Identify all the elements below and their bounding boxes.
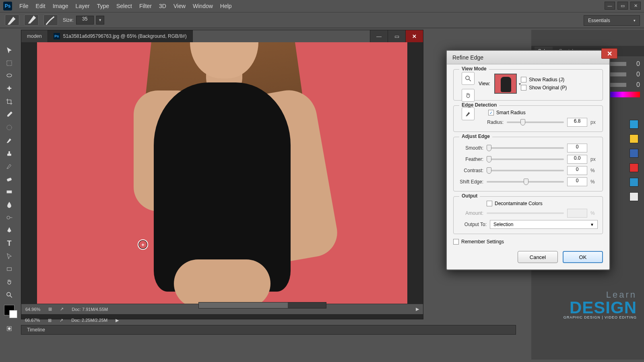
- blur-tool[interactable]: [3, 200, 15, 210]
- canvas-area[interactable]: +: [21, 42, 423, 304]
- document-tab-extra[interactable]: moden: [21, 30, 48, 42]
- lasso-tool[interactable]: [3, 71, 15, 81]
- menu-filter[interactable]: Filter: [139, 3, 152, 9]
- contrast-slider[interactable]: [487, 170, 564, 171]
- zoom-tool-dialog[interactable]: [462, 72, 475, 85]
- adjust-legend: Adjust Edge: [459, 134, 492, 139]
- hand-tool[interactable]: [3, 277, 15, 287]
- dialog-title-text: Refine Edge: [452, 54, 483, 61]
- doc-minimize-button[interactable]: —: [370, 30, 388, 42]
- share-icon[interactable]: ↗: [60, 306, 64, 312]
- hand-tool-dialog[interactable]: [462, 89, 475, 102]
- crop-tool[interactable]: [3, 97, 15, 107]
- gradient-tool[interactable]: [3, 187, 15, 197]
- fieldset-output: Output Decontaminate Colors Amount: % Ou…: [453, 196, 603, 234]
- swatch-item[interactable]: [630, 163, 638, 172]
- show-original-checkbox[interactable]: [521, 85, 526, 90]
- doc-play-icon[interactable]: ▶: [416, 306, 419, 312]
- timeline-panel[interactable]: Timeline: [21, 325, 516, 335]
- app-play-icon[interactable]: ▶: [116, 318, 119, 323]
- refine-radius-tool[interactable]: [462, 107, 475, 120]
- swatch-item[interactable]: [630, 192, 638, 201]
- current-tool-icon[interactable]: [5, 14, 19, 26]
- menu-file[interactable]: File: [19, 3, 29, 9]
- decontaminate-checkbox[interactable]: [487, 201, 492, 206]
- outputto-select[interactable]: Selection ▼: [490, 220, 598, 229]
- view-label: View:: [479, 81, 490, 86]
- dodge-tool[interactable]: [3, 212, 15, 223]
- brush-preset-icon[interactable]: [24, 14, 39, 26]
- brush-size-dropdown[interactable]: ▼: [96, 16, 104, 25]
- menu-3d[interactable]: 3D: [159, 3, 166, 9]
- feather-slider[interactable]: [487, 158, 564, 160]
- doc-maximize-button[interactable]: ▭: [388, 30, 405, 42]
- radius-input[interactable]: 6.8: [567, 118, 587, 127]
- swatch-item[interactable]: [630, 120, 638, 129]
- doc-close-button[interactable]: ✕: [405, 30, 423, 42]
- feather-input[interactable]: 0.0: [567, 155, 587, 164]
- app-menubar: Ps File Edit Image Layer Type Select Fil…: [0, 0, 644, 12]
- menu-view[interactable]: View: [173, 3, 186, 9]
- workspace-selector[interactable]: Essentials ▾: [584, 15, 640, 26]
- amount-label: Amount:: [458, 210, 483, 216]
- shift-input[interactable]: 0: [567, 177, 587, 186]
- menu-type[interactable]: Type: [97, 3, 109, 9]
- app-dimensions-icon[interactable]: ⊞: [48, 318, 52, 323]
- radius-slider[interactable]: [507, 121, 564, 123]
- contrast-input[interactable]: 0: [567, 166, 587, 175]
- eyedropper-tool[interactable]: [3, 109, 15, 120]
- smart-radius-checkbox[interactable]: ✓: [488, 110, 494, 115]
- horizontal-scrollbar[interactable]: [198, 302, 326, 309]
- menu-help[interactable]: Help: [220, 3, 232, 9]
- marquee-tool[interactable]: [3, 58, 15, 68]
- dialog-titlebar[interactable]: Refine Edge ✕: [447, 51, 609, 64]
- pen-tool[interactable]: [3, 225, 15, 236]
- smooth-slider[interactable]: [487, 147, 564, 149]
- app-share-icon[interactable]: ↗: [60, 318, 63, 323]
- clone-stamp-tool[interactable]: [3, 148, 15, 158]
- foreground-color-swatch[interactable]: [4, 305, 14, 315]
- cancel-button[interactable]: Cancel: [518, 251, 558, 263]
- quick-mask-toggle[interactable]: [3, 323, 15, 334]
- timeline-label: Timeline: [27, 327, 45, 333]
- healing-brush-tool[interactable]: [3, 122, 15, 133]
- doc-dimensions-icon[interactable]: ⊞: [48, 306, 52, 312]
- swatch-item[interactable]: [630, 134, 638, 143]
- refine-brush-icon[interactable]: [43, 14, 58, 26]
- smooth-input[interactable]: 0: [567, 144, 587, 152]
- menu-window[interactable]: Window: [193, 3, 213, 9]
- app-maximize-button[interactable]: ▭: [617, 2, 628, 10]
- swatch-item[interactable]: [630, 149, 638, 158]
- menu-layer[interactable]: Layer: [76, 3, 90, 9]
- type-tool[interactable]: T: [3, 238, 15, 249]
- watermark-line3: GRAPHIC DESIGN | VIDEO EDITING: [564, 315, 637, 319]
- radius-unit: px: [590, 119, 598, 125]
- smart-radius-label: Smart Radius: [496, 110, 526, 115]
- swatch-item[interactable]: [630, 178, 638, 187]
- remember-settings-checkbox[interactable]: [453, 239, 459, 245]
- dialog-close-button[interactable]: ✕: [601, 48, 617, 59]
- ps-logo-icon: Ps: [3, 2, 12, 10]
- zoom-tool[interactable]: [3, 290, 15, 300]
- brush-size-input[interactable]: 35: [76, 16, 94, 25]
- shift-slider[interactable]: [487, 181, 564, 183]
- menu-edit[interactable]: Edit: [36, 3, 45, 9]
- zoom-percent: 64.96%: [25, 307, 40, 312]
- show-radius-checkbox[interactable]: [521, 77, 526, 82]
- app-minimize-button[interactable]: —: [605, 2, 615, 10]
- app-close-button[interactable]: ✕: [630, 2, 641, 10]
- ok-button[interactable]: OK: [563, 251, 603, 263]
- move-tool[interactable]: [3, 45, 15, 56]
- menu-select[interactable]: Select: [116, 3, 132, 9]
- path-selection-tool[interactable]: [3, 251, 15, 261]
- history-brush-tool[interactable]: [3, 161, 15, 171]
- chevron-down-icon: ▼: [590, 222, 594, 227]
- menu-image[interactable]: Image: [53, 3, 68, 9]
- eraser-tool[interactable]: [3, 174, 15, 184]
- brush-tool[interactable]: [3, 135, 15, 146]
- view-mode-selector[interactable]: ▾: [494, 74, 517, 94]
- document-tab-main[interactable]: Ps 51a3581a6d95796763.jpg @ 65% (Backgro…: [48, 30, 193, 42]
- svg-rect-0: [7, 61, 12, 66]
- rectangle-tool[interactable]: [3, 264, 15, 274]
- magic-wand-tool[interactable]: [3, 84, 15, 94]
